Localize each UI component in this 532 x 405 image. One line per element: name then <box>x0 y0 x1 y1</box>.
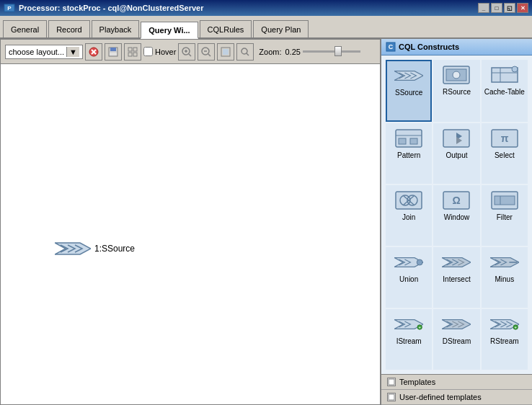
svg-point-33 <box>512 66 518 72</box>
svg-line-15 <box>189 54 191 56</box>
hover-checkbox[interactable] <box>143 47 153 56</box>
rsource-construct-icon <box>442 64 471 86</box>
ssource-node-label: 1:SSource <box>94 244 135 254</box>
construct-join[interactable]: Join <box>386 185 432 246</box>
construct-minus[interactable]: Minus <box>482 247 528 308</box>
user-defined-templates-item[interactable]: User-defined templates <box>381 390 532 405</box>
svg-rect-37 <box>410 138 417 144</box>
canvas-area: choose layout... ▼ <box>0 39 381 405</box>
ssource-node-icon <box>55 241 91 257</box>
tab-cqlrules[interactable]: CQLRules <box>200 20 252 37</box>
zoom-track <box>303 50 360 53</box>
ssource-label: SSource <box>395 89 422 97</box>
hover-checkbox-container: Hover <box>143 47 176 56</box>
svg-text:Ω: Ω <box>453 195 461 206</box>
hover-label: Hover <box>155 48 176 56</box>
union-label: Union <box>399 275 418 283</box>
window-construct-icon: Ω <box>442 190 471 211</box>
svg-rect-65 <box>389 379 394 385</box>
constructs-header-icon: C <box>386 42 396 52</box>
construct-filter[interactable]: Filter <box>482 185 528 246</box>
construct-rsource[interactable]: RSource <box>433 60 479 122</box>
layout-dropdown-arrow[interactable]: ▼ <box>66 47 79 57</box>
svg-point-29 <box>453 71 460 79</box>
fit-icon <box>220 46 231 58</box>
svg-marker-23 <box>55 243 91 254</box>
search-icon <box>239 46 251 58</box>
grid-icon <box>127 46 138 58</box>
app-icon: P <box>4 2 15 14</box>
svg-rect-11 <box>133 53 137 56</box>
grid-button[interactable] <box>124 43 141 61</box>
minimize-button[interactable]: _ <box>478 3 489 13</box>
save-button[interactable] <box>105 43 122 61</box>
select-label: Select <box>495 151 515 159</box>
svg-rect-20 <box>223 49 229 55</box>
tab-bar: General Record Playback Query Wi... CQLR… <box>0 16 532 39</box>
svg-line-18 <box>208 54 210 56</box>
fit-button[interactable] <box>217 43 234 61</box>
zoom-in-button[interactable] <box>178 43 195 61</box>
zoom-out-button[interactable] <box>198 43 215 61</box>
restore-button[interactable]: ◱ <box>504 3 515 13</box>
minus-construct-icon <box>490 252 519 273</box>
tab-record[interactable]: Record <box>48 20 89 37</box>
tab-general[interactable]: General <box>3 20 47 37</box>
tab-querywin[interactable]: Query Wi... <box>141 22 198 39</box>
search-button[interactable] <box>236 43 254 61</box>
construct-rstream[interactable]: + RStream <box>482 309 528 370</box>
maximize-button[interactable]: □ <box>491 3 502 13</box>
filter-construct-icon <box>490 190 519 211</box>
constructs-panel-header: C CQL Constructs <box>381 39 532 55</box>
window-label: Window <box>444 213 470 221</box>
rstream-construct-icon: + <box>490 313 519 335</box>
construct-pattern[interactable]: Pattern <box>386 123 432 184</box>
rstream-label: RStream <box>490 337 518 345</box>
rsource-label: RSource <box>443 88 471 96</box>
construct-window[interactable]: Ω Window <box>433 185 479 246</box>
construct-union[interactable]: Union <box>386 247 432 308</box>
zoom-slider[interactable] <box>303 47 360 57</box>
layout-select[interactable]: choose layout... ▼ <box>5 45 83 59</box>
svg-rect-6 <box>110 48 116 51</box>
drawing-canvas[interactable]: 1:SSource <box>1 64 380 404</box>
user-defined-templates-label: User-defined templates <box>399 393 482 401</box>
zoom-out-icon <box>200 46 212 58</box>
templates-section: Templates User-defined templates <box>381 374 532 405</box>
intersect-construct-icon <box>442 252 471 273</box>
construct-dstream[interactable]: DStream <box>433 309 479 370</box>
construct-output[interactable]: Output <box>433 123 479 184</box>
zoom-value: 0.25 <box>285 48 300 56</box>
construct-select[interactable]: π Select <box>482 123 528 184</box>
svg-point-21 <box>241 48 247 54</box>
minus-label: Minus <box>495 275 514 283</box>
construct-istream[interactable]: + IStream <box>386 309 432 370</box>
output-label: Output <box>445 151 467 159</box>
svg-rect-66 <box>389 394 394 400</box>
cachetable-label: Cache-Table <box>484 88 525 96</box>
construct-intersect[interactable]: Intersect <box>433 247 479 308</box>
templates-item[interactable]: Templates <box>381 375 532 390</box>
toolbar: choose layout... ▼ <box>1 40 380 64</box>
cachetable-construct-icon <box>490 64 519 86</box>
construct-ssource[interactable]: SSource <box>386 60 432 122</box>
zoom-thumb[interactable] <box>334 46 342 56</box>
clear-icon <box>88 46 99 58</box>
tab-playback[interactable]: Playback <box>92 20 140 37</box>
join-construct-icon <box>394 190 423 211</box>
pattern-label: Pattern <box>397 151 420 159</box>
istream-label: IStream <box>396 337 422 345</box>
svg-rect-8 <box>128 48 132 51</box>
save-icon <box>107 46 119 58</box>
clear-button[interactable] <box>85 43 102 61</box>
svg-marker-55 <box>442 258 471 267</box>
construct-cachetable[interactable]: Cache-Table <box>482 60 528 122</box>
select-construct-icon: π <box>490 128 519 149</box>
window-controls[interactable]: _ □ ◱ ✕ <box>478 3 528 13</box>
svg-rect-36 <box>399 138 406 144</box>
tab-queryplan[interactable]: Query Plan <box>253 20 309 37</box>
right-panel: C CQL Constructs SSource <box>381 39 532 405</box>
ssource-node[interactable]: 1:SSource <box>55 241 135 257</box>
close-button[interactable]: ✕ <box>517 3 528 13</box>
constructs-grid: SSource RSource <box>381 55 532 374</box>
